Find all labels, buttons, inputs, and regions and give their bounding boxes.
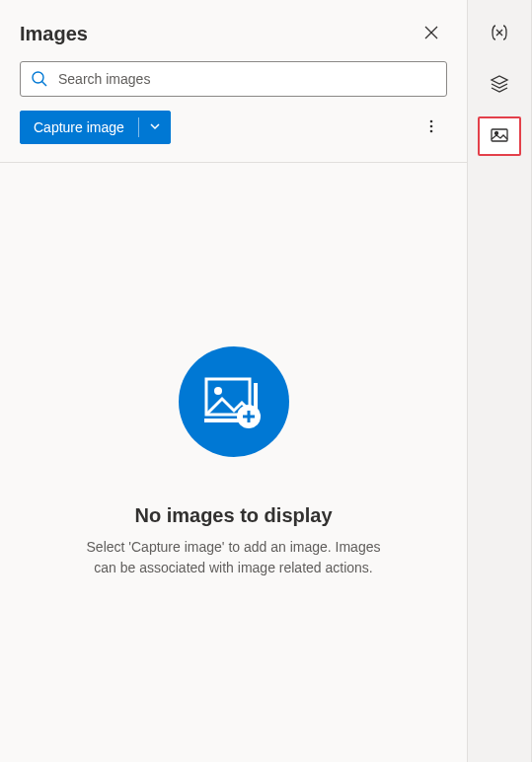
more-options-button[interactable] (416, 112, 447, 143)
capture-image-button[interactable]: Capture image (20, 111, 138, 144)
search-icon (31, 70, 48, 88)
empty-state-icon (179, 346, 289, 457)
capture-image-label: Capture image (34, 119, 124, 135)
more-vertical-icon (423, 118, 439, 137)
action-bar: Capture image (0, 111, 467, 162)
svg-rect-17 (492, 129, 507, 141)
capture-image-split-button: Capture image (20, 111, 171, 144)
layers-icon (490, 74, 509, 97)
svg-line-3 (42, 82, 47, 87)
svg-point-6 (430, 129, 433, 132)
svg-marker-16 (492, 76, 507, 84)
capture-image-dropdown[interactable] (139, 111, 171, 144)
rail-images-button[interactable] (478, 116, 521, 156)
panel-header: Images (0, 0, 467, 61)
rail-ui-elements-button[interactable] (478, 65, 521, 105)
empty-state-description: Select 'Capture image' to add an image. … (76, 537, 392, 578)
svg-point-4 (430, 119, 433, 122)
search-box[interactable] (20, 61, 447, 97)
search-container (0, 61, 467, 111)
images-panel: Images Capture image (0, 0, 468, 762)
search-input[interactable] (58, 71, 436, 87)
svg-point-8 (214, 387, 222, 395)
svg-point-18 (495, 131, 498, 134)
content-area: No images to display Select 'Capture ima… (0, 162, 467, 762)
side-rail (468, 0, 532, 762)
image-icon (490, 125, 509, 148)
svg-point-2 (33, 72, 43, 83)
close-button[interactable] (416, 18, 447, 49)
panel-title: Images (20, 23, 88, 45)
close-icon (424, 26, 438, 42)
rail-variables-button[interactable] (478, 14, 521, 53)
variables-icon (490, 23, 509, 45)
empty-state-title: No images to display (134, 504, 332, 527)
svg-point-5 (430, 124, 433, 127)
chevron-down-icon (149, 120, 161, 135)
